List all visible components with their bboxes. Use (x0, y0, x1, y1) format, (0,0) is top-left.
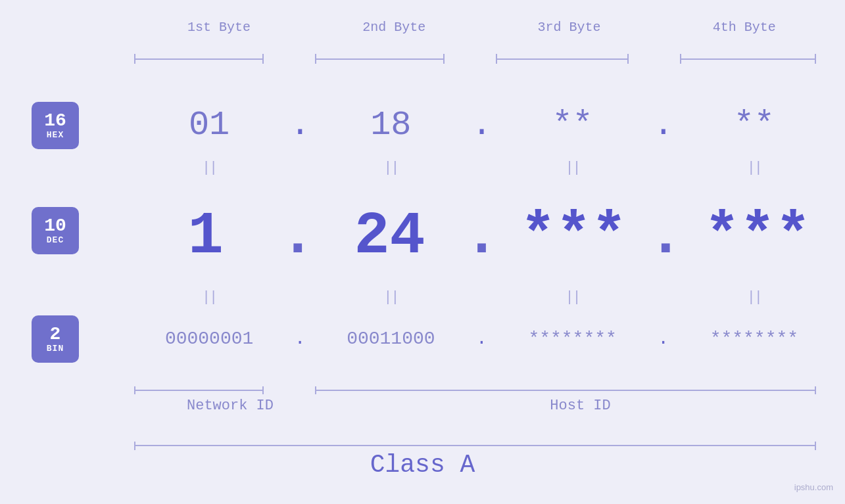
main-container: 1st Byte 2nd Byte 3rd Byte 4th Byte 16 H… (0, 0, 845, 504)
eq-top-2: || (313, 160, 468, 176)
dec-dot3: . (648, 203, 683, 270)
bin-dot2: . (469, 329, 495, 349)
hex-badge-num: 16 (44, 112, 66, 130)
eq-bot-1: || (132, 289, 287, 306)
dec-dot2: . (464, 203, 499, 270)
dec-b3: *** (500, 203, 648, 270)
dec-badge-num: 10 (44, 217, 66, 235)
bottom-labels: Network ID Host ID (132, 398, 832, 414)
hex-row: 01 . 18 . ** . ** (132, 95, 832, 154)
eq-bot-3: || (495, 289, 650, 306)
watermark: ipshu.com (794, 482, 833, 492)
hex-dot3: . (650, 106, 677, 145)
hex-b2: 18 (313, 106, 468, 145)
col-header-1: 1st Byte (132, 20, 306, 35)
dec-b2: 24 (316, 203, 464, 270)
hex-dot1: . (287, 106, 313, 145)
dec-b1: 1 (132, 203, 280, 270)
bin-badge: 2 BIN (32, 315, 79, 363)
bin-row: 00000001 . 00011000 . ******** . *******… (132, 309, 832, 368)
host-id-label: Host ID (329, 398, 832, 414)
column-headers: 1st Byte 2nd Byte 3rd Byte 4th Byte (132, 20, 832, 35)
hex-b4: ** (677, 106, 832, 145)
equals-row-top: || || || || (132, 160, 832, 176)
dec-dot1: . (280, 203, 316, 270)
dec-badge-label: DEC (47, 235, 64, 245)
bin-b2: 00011000 (313, 329, 468, 349)
col-header-4: 4th Byte (657, 20, 832, 35)
hex-b3: ** (495, 106, 650, 145)
col-header-2: 2nd Byte (306, 20, 481, 35)
eq-bot-4: || (677, 289, 832, 306)
dec-row: 1 . 24 . *** . *** (132, 200, 832, 273)
eq-bot-2: || (313, 289, 468, 306)
dec-b4: *** (683, 203, 832, 270)
hex-dot2: . (469, 106, 495, 145)
equals-row-bottom: || || || || (132, 289, 832, 306)
hex-badge: 16 HEX (32, 102, 79, 149)
eq-top-3: || (495, 160, 650, 176)
network-id-label: Network ID (132, 398, 329, 414)
bin-b4: ******** (677, 329, 832, 349)
hex-badge-label: HEX (47, 130, 64, 140)
bin-b3: ******** (495, 329, 650, 349)
eq-top-1: || (132, 160, 287, 176)
hex-b1: 01 (132, 106, 287, 145)
bin-badge-label: BIN (47, 344, 64, 354)
bin-b1: 00000001 (132, 329, 287, 349)
eq-top-4: || (677, 160, 832, 176)
bin-badge-num: 2 (50, 325, 61, 344)
dec-badge: 10 DEC (32, 207, 79, 254)
bin-dot1: . (287, 329, 313, 349)
bin-dot3: . (650, 329, 677, 349)
col-header-3: 3rd Byte (482, 20, 657, 35)
class-a-label: Class A (0, 451, 845, 479)
